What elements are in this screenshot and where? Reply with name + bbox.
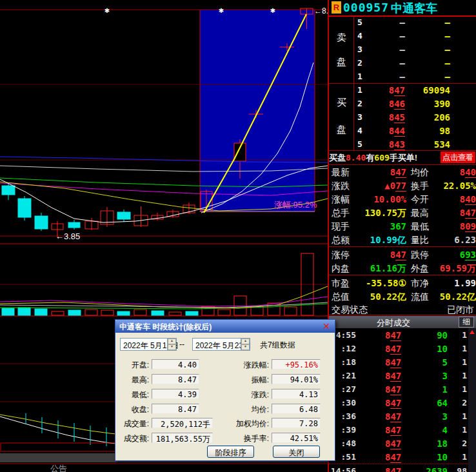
orderbook-level: 4 xyxy=(357,126,362,135)
tape-scrollbar[interactable] xyxy=(468,328,476,472)
tape-row[interactable]: :30847642 xyxy=(329,396,468,409)
field-value: 8.47 xyxy=(152,404,199,414)
close-icon[interactable]: ✕ xyxy=(322,321,330,331)
tape-row[interactable]: 14:55847901 xyxy=(329,328,468,342)
tape-row[interactable]: :3984741 xyxy=(329,423,468,437)
tape-price: 847 xyxy=(385,411,401,422)
tape-row[interactable]: :1884751 xyxy=(329,355,468,369)
tape-row[interactable]: :2784711 xyxy=(329,382,468,396)
star-marker-icon: ✱ xyxy=(104,7,110,14)
volume-bar xyxy=(186,311,198,315)
orderbook-price: 847 xyxy=(368,85,405,95)
stat-row: 市盈-35.58①市净1.99 xyxy=(329,276,476,290)
tape-row[interactable]: 14:56847263998 xyxy=(329,464,468,472)
orderbook-row[interactable]: 4—— xyxy=(329,30,476,43)
date-from-field[interactable]: 2022年 5月13日 ▲▼ xyxy=(120,338,177,351)
price-value: 847 xyxy=(385,466,401,472)
price-value: 847 xyxy=(385,371,401,382)
volume-bar xyxy=(152,311,164,315)
price-value: 10.00% xyxy=(373,194,406,204)
price-value: 809 xyxy=(460,221,476,232)
tape-row[interactable]: :48847182 xyxy=(329,437,468,450)
dialog-titlebar[interactable]: 中通客车 时段统计(除权后) ✕ xyxy=(115,320,335,333)
close-button[interactable]: 关闭 xyxy=(273,446,320,458)
tape-count: 2 xyxy=(450,438,467,448)
price-value: 847 xyxy=(385,357,401,368)
stat-label: 市盈 xyxy=(332,278,350,290)
orderbook-row[interactable]: 2846390 xyxy=(329,97,476,111)
orderbook-row[interactable]: 1—— xyxy=(329,70,476,84)
tape-list: 14:55847901:12847101:1884751:2184731:278… xyxy=(329,328,468,472)
date-to-spinner[interactable]: ▲▼ xyxy=(241,339,250,350)
view-big-orders-button[interactable]: 点击查看 xyxy=(441,152,475,163)
stat-value: 50.22亿 xyxy=(355,291,406,303)
period-sort-button[interactable]: 阶段排序 xyxy=(207,446,254,458)
notice-part: 手买单! xyxy=(390,153,417,162)
stat-label: 内盘 xyxy=(332,263,350,275)
stat-label: 最低 xyxy=(411,221,429,233)
buy-orderbook: 184769094284639038452064844985843534 xyxy=(329,84,476,152)
stat-value: 61.16万 xyxy=(355,263,406,275)
tape-row[interactable]: :3684731 xyxy=(329,409,468,423)
stat-row: 总额10.99亿量比6.23 xyxy=(329,233,476,246)
orderbook-row[interactable]: 3845206 xyxy=(329,111,476,124)
star-marker-icon: ✱ xyxy=(219,7,224,14)
scroll-up-icon[interactable] xyxy=(470,330,475,334)
orderbook-row[interactable]: 184769094 xyxy=(329,84,476,97)
orderbook-level: 1 xyxy=(357,72,362,81)
date-from-spinner[interactable]: ▲▼ xyxy=(167,339,176,350)
stat-value: ▲077 xyxy=(355,181,406,191)
tape-volume: 90 xyxy=(405,330,448,340)
stock-code: 000957 xyxy=(343,1,389,14)
spin-up-icon[interactable]: ▲ xyxy=(168,339,176,344)
price-value: — xyxy=(400,44,405,55)
volume-bar xyxy=(218,310,230,315)
candle-body xyxy=(18,199,31,217)
candle-body xyxy=(35,216,48,229)
field-label: 涨跌: xyxy=(206,389,269,400)
notice-part: 有 xyxy=(366,153,374,162)
volume-value: 4 xyxy=(442,425,448,435)
tape-row[interactable]: :12847101 xyxy=(329,342,468,355)
stat-row: 现手367最低809 xyxy=(329,219,476,233)
spin-down-icon[interactable]: ▼ xyxy=(168,344,176,350)
volume-value: 90 xyxy=(437,330,448,340)
high-price-label: ←8.47 xyxy=(314,6,328,15)
stat-label: 均价 xyxy=(411,167,429,179)
volume-value: — xyxy=(445,72,450,82)
tape-row[interactable]: :51847101 xyxy=(329,450,468,464)
orderbook-volume: — xyxy=(405,58,450,68)
tape-count: 1 xyxy=(450,384,467,394)
stat-label: 涨跌 xyxy=(332,181,350,192)
tape-count: 98 xyxy=(450,466,467,472)
tape-row[interactable]: :2184731 xyxy=(329,369,468,382)
price-value: 22.05% xyxy=(443,181,476,191)
orderbook-price: 844 xyxy=(368,126,405,136)
stat-label: 量比 xyxy=(411,235,429,246)
price-value: — xyxy=(400,72,405,82)
stat-value: 840 xyxy=(427,194,476,204)
orderbook-row[interactable]: 3—— xyxy=(329,43,476,57)
stat-value: 10.99亿 xyxy=(355,235,406,246)
price-value: 1.99 xyxy=(454,278,476,288)
orderbook-price: — xyxy=(368,72,405,82)
field-value: 94.01% xyxy=(272,374,321,384)
orderbook-row[interactable]: 484498 xyxy=(329,124,476,138)
spin-up-icon[interactable]: ▲ xyxy=(241,339,250,344)
date-to-field[interactable]: 2022年 5月23日 ▲▼ xyxy=(192,338,250,351)
stat-label: 最高 xyxy=(411,208,429,219)
price-value: 846 xyxy=(389,99,405,110)
field-value: 4.39 xyxy=(152,389,199,399)
price-value: — xyxy=(400,31,405,41)
tape-detail-button[interactable]: 细 xyxy=(459,317,474,328)
spin-down-icon[interactable]: ▼ xyxy=(241,344,250,350)
orderbook-price: — xyxy=(368,17,405,28)
star-marker-icon: ✱ xyxy=(270,7,275,14)
orderbook-row[interactable]: 5—— xyxy=(329,16,476,30)
orderbook-row[interactable]: 2—— xyxy=(329,57,476,70)
notice-text: 买盘8.40有609手买单! xyxy=(329,153,417,162)
tape-count: 1 xyxy=(450,452,467,462)
orderbook-row[interactable]: 5843534 xyxy=(329,138,476,152)
volume-bar xyxy=(101,310,114,315)
stat-value: 840 xyxy=(427,167,476,177)
